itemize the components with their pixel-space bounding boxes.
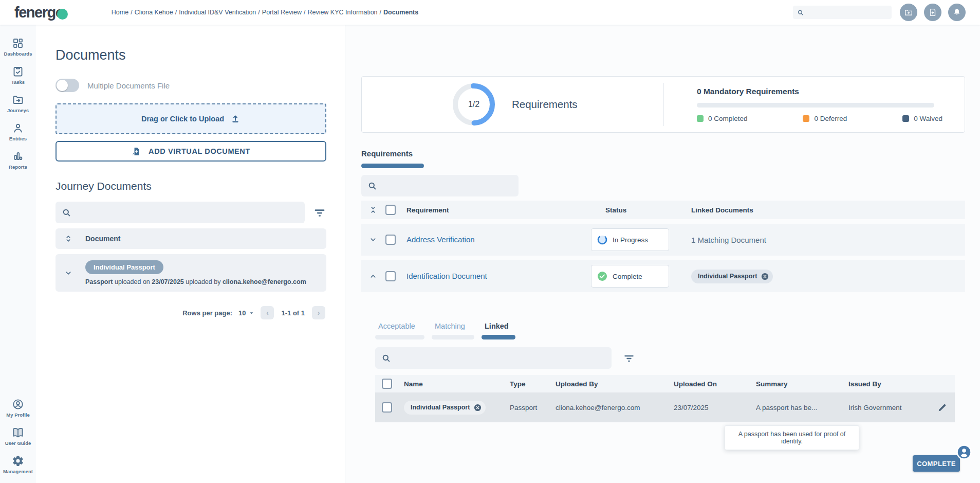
sidebar-item-journeys[interactable]: Journeys (0, 90, 36, 118)
add-virtual-document-button[interactable]: ADD VIRTUAL DOCUMENT (56, 141, 326, 162)
filter-icon[interactable] (313, 206, 326, 219)
complete-button[interactable]: COMPLETE (913, 455, 960, 472)
breadcrumb-item[interactable]: Portal Review (262, 9, 302, 16)
fenergo-logo[interactable]: fenergo (14, 4, 68, 21)
legend-label: 0 Completed (708, 115, 748, 122)
remove-chip-icon[interactable] (473, 403, 482, 412)
row-checkbox[interactable] (385, 235, 396, 245)
upload-dropzone[interactable]: Drag or Click to Upload (56, 103, 326, 134)
requirements-donut-chart: 1/2 (452, 83, 495, 126)
breadcrumb-item[interactable]: Individual ID&V Verification (179, 9, 256, 16)
edit-pencil-icon[interactable] (937, 402, 948, 413)
sidebar-label: Management (3, 469, 33, 474)
tab-label: Requirements (361, 149, 413, 158)
linked-documents-search-input[interactable] (395, 354, 605, 362)
sidebar-label: My Profile (6, 412, 29, 418)
cell-issued-by: Irish Government (848, 404, 930, 412)
status-text: Complete (613, 273, 642, 280)
add-virtual-document-label: ADD VIRTUAL DOCUMENT (149, 147, 250, 155)
filter-icon[interactable] (623, 352, 635, 364)
document-detail-text: Passport uploaded on 23/07/2025 uploaded… (85, 278, 306, 285)
multiple-documents-toggle[interactable] (56, 79, 79, 92)
tab-linked[interactable]: Linked (482, 322, 515, 339)
bell-icon (952, 8, 961, 17)
document-plus-icon (132, 147, 141, 156)
row-checkbox[interactable] (385, 271, 396, 281)
collapse-all-icon[interactable] (368, 205, 378, 214)
document-chip[interactable]: Individual Passport (85, 260, 163, 274)
requirements-search-input[interactable] (381, 182, 512, 190)
dashboard-grid-icon (12, 37, 24, 49)
select-all-checkbox[interactable] (385, 205, 396, 215)
column-header-name: Name (398, 380, 510, 388)
breadcrumb-item[interactable]: Home (112, 9, 128, 16)
journey-documents-title: Journey Documents (56, 180, 326, 192)
logo-dot-icon (57, 9, 68, 20)
waived-swatch-icon (902, 115, 909, 122)
mandatory-progress-bar (697, 103, 934, 108)
journey-documents-search[interactable] (56, 202, 305, 223)
add-folder-button[interactable] (900, 4, 917, 21)
deferred-swatch-icon (803, 115, 809, 122)
notifications-button[interactable] (948, 4, 966, 21)
requirement-link[interactable]: Address Verification (406, 235, 475, 244)
journey-document-row[interactable]: Individual Passport Passport uploaded on… (56, 254, 326, 292)
person-circle-icon (12, 398, 24, 410)
chevron-down-icon[interactable] (368, 235, 378, 244)
donut-value: 1/2 (452, 83, 495, 126)
document-name-chip[interactable]: Individual Passport (404, 401, 486, 415)
column-header-uploaded-on: Uploaded On (674, 380, 756, 388)
row-checkbox[interactable] (382, 402, 392, 413)
sidebar-item-my-profile[interactable]: My Profile (0, 394, 36, 422)
requirements-table: Requirement Status Linked Documents Addr… (361, 201, 965, 292)
requirement-row-address-verification[interactable]: Address Verification In Progress 1 Match… (361, 224, 965, 256)
folder-arrow-icon (12, 94, 24, 106)
tab-requirements[interactable]: Requirements (361, 149, 424, 168)
sidebar-item-dashboards[interactable]: Dashboards (0, 33, 36, 61)
requirements-search[interactable] (361, 175, 519, 196)
matching-documents-text: 1 Matching Document (691, 236, 766, 244)
select-all-checkbox[interactable] (382, 379, 392, 389)
linked-document-chip[interactable]: Individual Passport (691, 270, 773, 283)
remove-chip-icon[interactable] (761, 272, 769, 281)
upload-icon (230, 114, 241, 124)
breadcrumb: Home/Cliona Kehoe/Individual ID&V Verifi… (112, 9, 418, 16)
upload-document-button[interactable] (924, 4, 941, 21)
sidebar-item-management[interactable]: Management (0, 451, 36, 479)
next-page-button[interactable]: › (312, 306, 325, 319)
tab-indicator (375, 335, 424, 339)
linked-table-header: Name Type Uploaded By Uploaded On Summar… (375, 375, 955, 392)
journey-documents-search-input[interactable] (76, 208, 299, 217)
rows-per-page-select[interactable]: 10 (238, 309, 254, 317)
tab-label: Linked (482, 322, 515, 330)
chevron-down-icon[interactable] (64, 269, 73, 278)
tab-acceptable[interactable]: Acceptable (375, 322, 424, 339)
caret-down-icon (249, 310, 254, 316)
global-search-input[interactable] (807, 9, 887, 16)
linked-document-row[interactable]: Individual Passport Passport cliona.keho… (375, 392, 955, 422)
breadcrumb-item[interactable]: Review KYC Information (307, 9, 377, 16)
requirement-row-identification-document[interactable]: Identification Document Complete Individ… (361, 260, 965, 292)
journey-documents-table-header: Document (56, 228, 326, 249)
main-content: 1/2 Requirements 0 Mandatory Requirement… (345, 25, 980, 483)
previous-page-button[interactable]: ‹ (261, 306, 274, 319)
clipboard-check-icon (12, 65, 24, 78)
sidebar-item-reports[interactable]: Reports (0, 146, 36, 174)
linked-documents-search[interactable] (375, 347, 612, 369)
column-header-summary: Summary (756, 380, 848, 388)
global-search[interactable] (793, 6, 892, 19)
status-badge-in-progress: In Progress (591, 228, 669, 251)
cell-type: Passport (510, 404, 556, 412)
breadcrumb-item[interactable]: Cliona Kehoe (135, 9, 173, 16)
sidebar-item-tasks[interactable]: Tasks (0, 61, 36, 90)
pagination: Rows per page: 10 ‹ 1-1 of 1 › (56, 306, 326, 319)
tab-matching[interactable]: Matching (432, 322, 474, 339)
sidebar-label: Reports (9, 164, 27, 170)
sidebar-item-user-guide[interactable]: User Guide (0, 422, 36, 451)
sidebar-item-entities[interactable]: Entities (0, 118, 36, 146)
chip-label: Individual Passport (411, 404, 470, 411)
assistant-bubble-icon[interactable] (956, 444, 972, 460)
chevron-up-icon[interactable] (368, 272, 378, 281)
sort-icon[interactable] (64, 234, 73, 243)
requirement-link[interactable]: Identification Document (406, 272, 487, 280)
